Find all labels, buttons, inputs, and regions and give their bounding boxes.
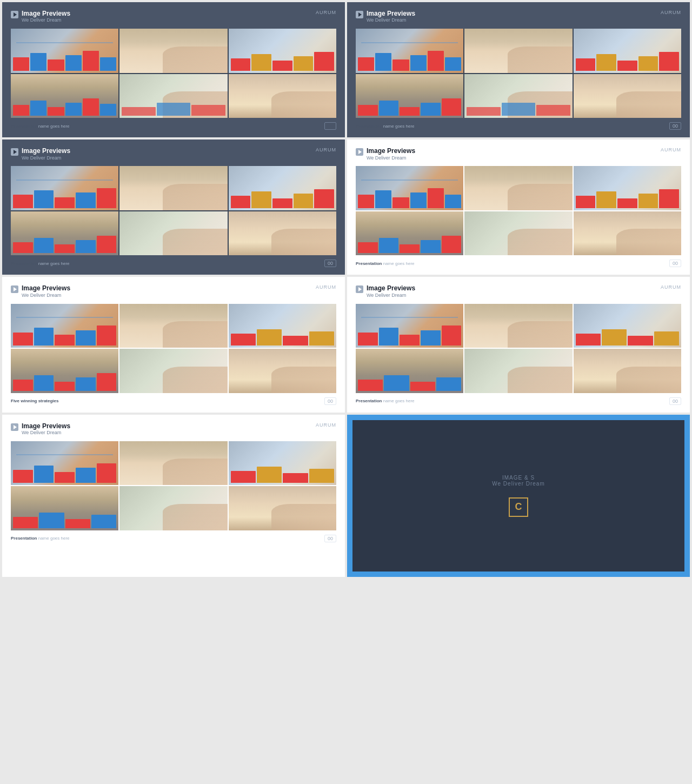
hand-overlay: [163, 504, 228, 530]
mosaic-cell: [464, 304, 572, 348]
hand-overlay: [271, 367, 336, 393]
card-4-footer: Presentation name goes here 00: [356, 260, 681, 267]
play-icon: [11, 11, 18, 18]
chart-bars: [122, 94, 225, 116]
hand-overlay: [616, 91, 681, 118]
hand-overlay: [163, 46, 228, 73]
card-3-footer: Presentation name goes here 00: [11, 260, 336, 267]
hand-overlay: [163, 229, 228, 255]
card-5-label: Five winning strategies: [11, 398, 58, 403]
card-1-title-text: Image Previews We Deliver Dream: [22, 10, 70, 23]
chart-bars: [231, 49, 334, 71]
card-4-title: Image Previews: [367, 147, 415, 155]
mosaic-cell: [119, 441, 227, 486]
mosaic-cell: [574, 74, 681, 118]
card-3-header: Image Previews We Deliver Dream AURUM: [11, 147, 336, 161]
play-icon: [11, 148, 18, 156]
chart-bars: [358, 369, 461, 391]
chart-bars: [231, 186, 334, 208]
card-2-number: 00: [669, 122, 681, 130]
card-6-number: 00: [669, 397, 681, 405]
card-2-subtitle: We Deliver Dream: [367, 17, 415, 23]
card-6-title: Image Previews: [367, 284, 415, 292]
card-5-brand: AURUM: [316, 284, 336, 290]
chart-bars: [358, 49, 461, 71]
mosaic-cell: [11, 304, 118, 348]
mosaic-cell: [356, 211, 463, 256]
card-2-header: Image Previews We Deliver Dream AURUM: [356, 10, 681, 23]
card-5-header: Image Previews We Deliver Dream AURUM: [11, 284, 336, 298]
play-icon: [356, 11, 363, 18]
hand-overlay: [508, 184, 573, 210]
hand-overlay: [616, 229, 681, 255]
chart-bars: [358, 231, 461, 254]
mosaic-cell: [229, 166, 336, 210]
mosaic-cell: [229, 29, 336, 73]
mosaic-cell: [464, 166, 572, 210]
mosaic-cell: [574, 211, 681, 256]
mosaic-cell: [11, 166, 118, 210]
card-4-title-text: Image Previews We Deliver Dream: [367, 147, 415, 161]
mosaic-cell: [464, 211, 572, 256]
card-3-subtitle: We Deliver Dream: [22, 155, 70, 161]
card-6-subtitle: We Deliver Dream: [367, 293, 415, 298]
card-1-brand: AURUM: [316, 10, 336, 15]
main-grid: Image Previews We Deliver Dream AURUM: [0, 0, 692, 579]
mosaic-cell: [11, 211, 118, 256]
card-4-header: Image Previews We Deliver Dream AURUM: [356, 147, 681, 161]
chart-bars: [358, 94, 461, 116]
chart-bars: [576, 323, 679, 346]
card-5: Image Previews We Deliver Dream AURUM: [2, 277, 345, 412]
chart-bars: [13, 94, 116, 116]
mosaic-cell: [229, 441, 336, 486]
card-7: Image Previews We Deliver Dream AURUM: [2, 415, 345, 577]
card-7-title-text: Image Previews We Deliver Dream: [22, 422, 70, 436]
mosaic-cell: [119, 29, 227, 73]
card-1-header: Image Previews We Deliver Dream AURUM: [11, 10, 336, 23]
card-7-label: Presentation name goes here: [11, 536, 70, 541]
card-4-number: 00: [669, 260, 681, 267]
card-6-mosaic: [356, 304, 681, 393]
mosaic-cell: [11, 486, 118, 530]
card-3: Image Previews We Deliver Dream AURUM: [2, 139, 345, 275]
chart-bars: [576, 186, 679, 208]
mosaic-cell: [464, 29, 572, 73]
chart-bars: [358, 323, 461, 346]
card-1-title-group: Image Previews We Deliver Dream: [11, 10, 70, 23]
card-3-mosaic: [11, 166, 336, 255]
chart-bars: [13, 506, 116, 528]
card-3-label: Presentation name goes here: [11, 261, 70, 266]
card-5-title-text: Image Previews We Deliver Dream: [22, 284, 70, 298]
mosaic-cell: [119, 486, 227, 530]
card-2-title: Image Previews: [367, 10, 415, 17]
chart-bars: [467, 94, 570, 116]
play-icon: [356, 285, 363, 293]
card-3-title-group: Image Previews We Deliver Dream: [11, 147, 70, 161]
card-1: Image Previews We Deliver Dream AURUM: [2, 2, 345, 137]
mosaic-cell: [574, 349, 681, 393]
hand-overlay: [163, 184, 228, 210]
mosaic-cell: [464, 349, 572, 393]
card-4-brand: AURUM: [661, 147, 681, 152]
card-4-title-group: Image Previews We Deliver Dream: [356, 147, 415, 161]
card-4: Image Previews We Deliver Dream AURUM: [347, 139, 690, 275]
chart-bars: [231, 461, 334, 483]
hand-overlay: [508, 229, 573, 255]
chart-bars: [13, 369, 116, 391]
hand-overlay: [271, 91, 336, 118]
mosaic-cell: [229, 304, 336, 348]
card-1-footer: Presentation name goes here: [11, 122, 336, 130]
card-7-brand: AURUM: [316, 422, 336, 428]
card-7-title: Image Previews: [22, 422, 70, 430]
mosaic-cell: [119, 166, 227, 210]
mosaic-cell: [229, 211, 336, 256]
hand-overlay: [508, 321, 573, 348]
mosaic-cell: [356, 304, 463, 348]
mosaic-cell: [229, 74, 336, 118]
mosaic-cell: [574, 166, 681, 210]
card-6-header: Image Previews We Deliver Dream AURUM: [356, 284, 681, 298]
card-2-title-text: Image Previews We Deliver Dream: [367, 10, 415, 23]
hand-overlay: [163, 367, 228, 393]
card-7-header: Image Previews We Deliver Dream AURUM: [11, 422, 336, 436]
line-overlay: [16, 180, 113, 181]
